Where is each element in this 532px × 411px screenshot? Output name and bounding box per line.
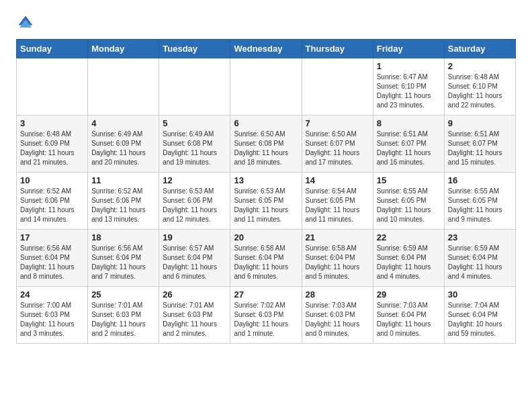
weekday-header-wednesday: Wednesday bbox=[230, 40, 302, 58]
day-number: 12 bbox=[163, 175, 226, 185]
calendar-cell: 28Sunrise: 7:03 AM Sunset: 6:03 PM Dayli… bbox=[302, 287, 373, 344]
weekday-header-monday: Monday bbox=[88, 40, 159, 58]
day-number: 6 bbox=[234, 118, 298, 128]
calendar-cell: 3Sunrise: 6:48 AM Sunset: 6:09 PM Daylig… bbox=[17, 116, 88, 173]
calendar-cell: 17Sunrise: 6:56 AM Sunset: 6:04 PM Dayli… bbox=[17, 230, 88, 287]
day-info: Sunrise: 6:58 AM Sunset: 6:04 PM Dayligh… bbox=[234, 244, 298, 281]
weekday-header-friday: Friday bbox=[373, 40, 444, 58]
calendar-cell: 23Sunrise: 6:59 AM Sunset: 6:04 PM Dayli… bbox=[444, 230, 515, 287]
day-info: Sunrise: 6:49 AM Sunset: 6:09 PM Dayligh… bbox=[91, 130, 155, 167]
day-number: 14 bbox=[306, 175, 369, 185]
day-number: 23 bbox=[448, 232, 512, 242]
day-info: Sunrise: 6:51 AM Sunset: 6:07 PM Dayligh… bbox=[377, 130, 441, 167]
calendar-cell: 11Sunrise: 6:52 AM Sunset: 6:06 PM Dayli… bbox=[88, 173, 159, 230]
day-info: Sunrise: 6:49 AM Sunset: 6:08 PM Dayligh… bbox=[163, 130, 226, 167]
weekday-header-sunday: Sunday bbox=[17, 40, 88, 58]
day-info: Sunrise: 7:02 AM Sunset: 6:03 PM Dayligh… bbox=[234, 301, 298, 338]
weekday-header-thursday: Thursday bbox=[302, 40, 373, 58]
calendar-cell: 15Sunrise: 6:55 AM Sunset: 6:05 PM Dayli… bbox=[373, 173, 444, 230]
day-info: Sunrise: 6:48 AM Sunset: 6:10 PM Dayligh… bbox=[448, 73, 512, 110]
weekday-header-row: SundayMondayTuesdayWednesdayThursdayFrid… bbox=[17, 40, 516, 58]
day-number: 21 bbox=[306, 232, 369, 242]
page: SundayMondayTuesdayWednesdayThursdayFrid… bbox=[0, 0, 532, 357]
calendar-cell bbox=[230, 58, 302, 116]
day-number: 16 bbox=[448, 175, 512, 185]
calendar-cell: 26Sunrise: 7:01 AM Sunset: 6:03 PM Dayli… bbox=[159, 287, 230, 344]
calendar: SundayMondayTuesdayWednesdayThursdayFrid… bbox=[16, 39, 516, 344]
day-info: Sunrise: 6:55 AM Sunset: 6:05 PM Dayligh… bbox=[448, 187, 512, 224]
day-number: 15 bbox=[377, 175, 441, 185]
day-info: Sunrise: 7:03 AM Sunset: 6:03 PM Dayligh… bbox=[306, 301, 369, 338]
day-info: Sunrise: 6:59 AM Sunset: 6:04 PM Dayligh… bbox=[448, 244, 512, 281]
day-number: 2 bbox=[448, 61, 512, 71]
day-number: 30 bbox=[448, 289, 512, 300]
day-info: Sunrise: 6:55 AM Sunset: 6:05 PM Dayligh… bbox=[377, 187, 441, 224]
calendar-cell bbox=[302, 58, 373, 116]
calendar-cell: 14Sunrise: 6:54 AM Sunset: 6:05 PM Dayli… bbox=[302, 173, 373, 230]
day-number: 19 bbox=[163, 232, 226, 242]
day-info: Sunrise: 6:52 AM Sunset: 6:06 PM Dayligh… bbox=[91, 187, 155, 224]
day-number: 26 bbox=[163, 289, 226, 300]
day-info: Sunrise: 6:52 AM Sunset: 6:06 PM Dayligh… bbox=[20, 187, 84, 224]
week-row-0: 1Sunrise: 6:47 AM Sunset: 6:10 PM Daylig… bbox=[17, 58, 516, 116]
day-info: Sunrise: 6:58 AM Sunset: 6:04 PM Dayligh… bbox=[306, 244, 369, 281]
calendar-cell: 10Sunrise: 6:52 AM Sunset: 6:06 PM Dayli… bbox=[17, 173, 88, 230]
logo-icon bbox=[16, 13, 35, 32]
calendar-cell: 9Sunrise: 6:51 AM Sunset: 6:07 PM Daylig… bbox=[444, 116, 515, 173]
day-info: Sunrise: 6:48 AM Sunset: 6:09 PM Dayligh… bbox=[20, 130, 84, 167]
day-info: Sunrise: 6:50 AM Sunset: 6:07 PM Dayligh… bbox=[306, 130, 369, 167]
day-info: Sunrise: 6:56 AM Sunset: 6:04 PM Dayligh… bbox=[20, 244, 84, 281]
calendar-cell: 16Sunrise: 6:55 AM Sunset: 6:05 PM Dayli… bbox=[444, 173, 515, 230]
calendar-cell: 20Sunrise: 6:58 AM Sunset: 6:04 PM Dayli… bbox=[230, 230, 302, 287]
calendar-cell: 5Sunrise: 6:49 AM Sunset: 6:08 PM Daylig… bbox=[159, 116, 230, 173]
day-number: 13 bbox=[234, 175, 298, 185]
calendar-cell: 6Sunrise: 6:50 AM Sunset: 6:08 PM Daylig… bbox=[230, 116, 302, 173]
day-number: 3 bbox=[20, 118, 84, 128]
week-row-3: 17Sunrise: 6:56 AM Sunset: 6:04 PM Dayli… bbox=[17, 230, 516, 287]
calendar-cell: 21Sunrise: 6:58 AM Sunset: 6:04 PM Dayli… bbox=[302, 230, 373, 287]
day-number: 1 bbox=[377, 61, 441, 71]
day-info: Sunrise: 6:50 AM Sunset: 6:08 PM Dayligh… bbox=[234, 130, 298, 167]
day-number: 11 bbox=[91, 175, 155, 185]
day-info: Sunrise: 6:56 AM Sunset: 6:04 PM Dayligh… bbox=[91, 244, 155, 281]
day-info: Sunrise: 7:00 AM Sunset: 6:03 PM Dayligh… bbox=[20, 301, 84, 338]
day-number: 27 bbox=[234, 289, 298, 300]
calendar-cell: 27Sunrise: 7:02 AM Sunset: 6:03 PM Dayli… bbox=[230, 287, 302, 344]
week-row-4: 24Sunrise: 7:00 AM Sunset: 6:03 PM Dayli… bbox=[17, 287, 516, 344]
calendar-cell: 30Sunrise: 7:04 AM Sunset: 6:04 PM Dayli… bbox=[444, 287, 515, 344]
calendar-cell bbox=[159, 58, 230, 116]
calendar-cell: 29Sunrise: 7:03 AM Sunset: 6:04 PM Dayli… bbox=[373, 287, 444, 344]
day-info: Sunrise: 6:47 AM Sunset: 6:10 PM Dayligh… bbox=[377, 73, 441, 110]
day-info: Sunrise: 6:59 AM Sunset: 6:04 PM Dayligh… bbox=[377, 244, 441, 281]
day-number: 25 bbox=[91, 289, 155, 300]
day-info: Sunrise: 7:04 AM Sunset: 6:04 PM Dayligh… bbox=[448, 301, 512, 338]
weekday-header-saturday: Saturday bbox=[444, 40, 515, 58]
calendar-cell: 24Sunrise: 7:00 AM Sunset: 6:03 PM Dayli… bbox=[17, 287, 88, 344]
calendar-cell: 1Sunrise: 6:47 AM Sunset: 6:10 PM Daylig… bbox=[373, 58, 444, 116]
day-info: Sunrise: 6:53 AM Sunset: 6:05 PM Dayligh… bbox=[234, 187, 298, 224]
day-number: 7 bbox=[306, 118, 369, 128]
day-number: 10 bbox=[20, 175, 84, 185]
calendar-cell: 2Sunrise: 6:48 AM Sunset: 6:10 PM Daylig… bbox=[444, 58, 515, 116]
logo bbox=[16, 13, 38, 32]
day-info: Sunrise: 6:51 AM Sunset: 6:07 PM Dayligh… bbox=[448, 130, 512, 167]
day-number: 9 bbox=[448, 118, 512, 128]
calendar-cell: 22Sunrise: 6:59 AM Sunset: 6:04 PM Dayli… bbox=[373, 230, 444, 287]
calendar-cell: 13Sunrise: 6:53 AM Sunset: 6:05 PM Dayli… bbox=[230, 173, 302, 230]
day-info: Sunrise: 7:01 AM Sunset: 6:03 PM Dayligh… bbox=[91, 301, 155, 338]
calendar-cell: 25Sunrise: 7:01 AM Sunset: 6:03 PM Dayli… bbox=[88, 287, 159, 344]
day-number: 4 bbox=[91, 118, 155, 128]
calendar-cell: 18Sunrise: 6:56 AM Sunset: 6:04 PM Dayli… bbox=[88, 230, 159, 287]
calendar-cell bbox=[88, 58, 159, 116]
week-row-2: 10Sunrise: 6:52 AM Sunset: 6:06 PM Dayli… bbox=[17, 173, 516, 230]
calendar-cell: 4Sunrise: 6:49 AM Sunset: 6:09 PM Daylig… bbox=[88, 116, 159, 173]
week-row-1: 3Sunrise: 6:48 AM Sunset: 6:09 PM Daylig… bbox=[17, 116, 516, 173]
day-info: Sunrise: 6:53 AM Sunset: 6:06 PM Dayligh… bbox=[163, 187, 226, 224]
day-number: 22 bbox=[377, 232, 441, 242]
day-info: Sunrise: 6:57 AM Sunset: 6:04 PM Dayligh… bbox=[163, 244, 226, 281]
day-number: 20 bbox=[234, 232, 298, 242]
day-info: Sunrise: 7:01 AM Sunset: 6:03 PM Dayligh… bbox=[163, 301, 226, 338]
day-number: 18 bbox=[91, 232, 155, 242]
calendar-cell: 12Sunrise: 6:53 AM Sunset: 6:06 PM Dayli… bbox=[159, 173, 230, 230]
calendar-cell: 7Sunrise: 6:50 AM Sunset: 6:07 PM Daylig… bbox=[302, 116, 373, 173]
